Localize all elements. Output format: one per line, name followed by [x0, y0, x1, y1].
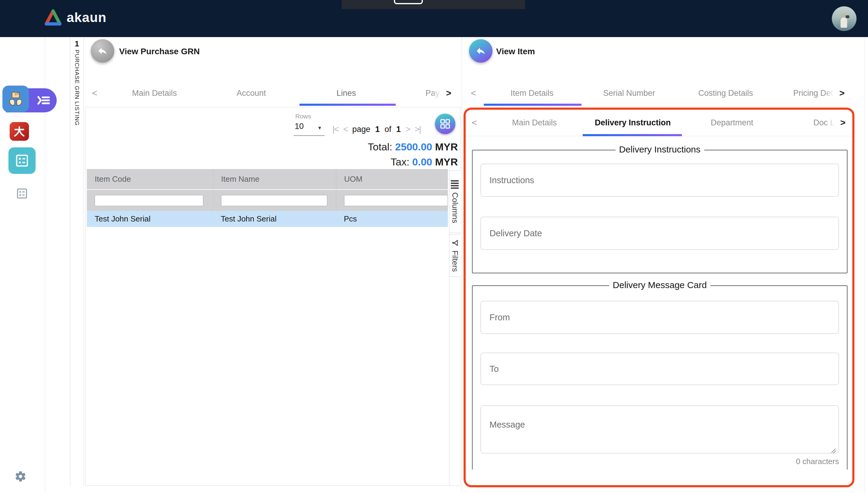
- character-counter: 0 characters: [796, 457, 839, 466]
- item-details-sub-tab-bar: < Main Details Delivery Instruction Depa…: [466, 110, 852, 136]
- columns-icon: [451, 180, 459, 189]
- listing-tab-badge: 1: [70, 40, 84, 48]
- sidebar-item-listing[interactable]: [8, 147, 36, 174]
- next-page-icon[interactable]: >: [406, 125, 410, 134]
- tabs-scroll-right-icon[interactable]: >: [446, 88, 452, 98]
- filters-tool-tab[interactable]: Filters: [449, 234, 460, 277]
- of-word: of: [385, 125, 391, 134]
- teal-ballot-icon: [15, 153, 29, 168]
- filter-funnel-icon: [451, 239, 459, 247]
- delivery-instructions-section: Delivery Instructions: [472, 150, 847, 273]
- delivery-message-card-section: Delivery Message Card 0 characters: [472, 285, 847, 470]
- total-currency: MYR: [435, 141, 458, 152]
- page-total: 1: [396, 125, 401, 134]
- subtab-department[interactable]: Department: [710, 118, 753, 127]
- back-button-grn[interactable]: [91, 39, 114, 63]
- settings-button[interactable]: [15, 470, 26, 483]
- camera-icon: [846, 15, 849, 18]
- lines-table: Item Code Item Name UOM Test John Serial…: [87, 169, 448, 227]
- back-arrow-icon: [97, 45, 108, 56]
- last-page-icon[interactable]: >|: [415, 125, 421, 134]
- rows-per-page-select[interactable]: 10: [295, 122, 304, 131]
- columns-tool-label: Columns: [450, 192, 460, 223]
- screen-overlay-bar: [342, 0, 525, 9]
- delivery-instructions-legend: Delivery Instructions: [615, 144, 704, 155]
- red-dai-character-icon: [13, 125, 26, 138]
- subtabs-scroll-left-icon[interactable]: <: [472, 117, 477, 128]
- minimized-listing-tab[interactable]: 1 PURCHASE GRN LISTING: [70, 37, 84, 486]
- grn-tab-bar: < Main Details Account Lines Pay >: [85, 80, 460, 106]
- purchase-grn-panel: View Purchase GRN < Main Details Account…: [85, 37, 460, 493]
- col-header-item-code[interactable]: Item Code: [87, 169, 213, 189]
- overlay-button[interactable]: [394, 0, 423, 4]
- table-row[interactable]: Test John Serial Test John Serial Pcs: [87, 211, 448, 227]
- tabs-scroll-left-icon[interactable]: <: [471, 88, 476, 98]
- subtab-delivery-instruction[interactable]: Delivery Instruction: [595, 118, 671, 127]
- tax-currency: MYR: [435, 156, 458, 168]
- page-title-grn: View Purchase GRN: [119, 47, 200, 56]
- from-input[interactable]: [480, 301, 839, 334]
- delivery-message-card-legend: Delivery Message Card: [609, 280, 710, 290]
- page-word: page: [352, 125, 370, 134]
- filter-item-code-input[interactable]: [95, 195, 203, 206]
- view-item-panel: View Item < Item Details Serial Number C…: [463, 37, 864, 493]
- rows-dropdown-icon[interactable]: ▼: [317, 125, 322, 131]
- prev-page-icon[interactable]: <: [343, 125, 348, 134]
- page-current: 1: [375, 125, 380, 134]
- tab-main-details[interactable]: Main Details: [132, 89, 177, 98]
- subtabs-scroll-right-icon[interactable]: >: [840, 117, 846, 128]
- tab-account[interactable]: Account: [236, 89, 266, 98]
- grn-lines-card: Rows 10 ▼ |< < page 1 of 1 > >|: [85, 107, 460, 486]
- filters-tool-label: Filters: [450, 251, 460, 272]
- grid-icon: [439, 118, 451, 130]
- app-sidebar: [0, 37, 45, 493]
- gear-icon: [15, 470, 26, 483]
- col-header-uom[interactable]: UOM: [336, 169, 448, 189]
- sidebar-item-listing-inactive[interactable]: [16, 187, 28, 200]
- col-header-item-name[interactable]: Item Name: [213, 169, 336, 189]
- delivery-date-input[interactable]: [480, 217, 839, 250]
- scrollbar-track[interactable]: [864, 37, 865, 493]
- tab-item-details[interactable]: Item Details: [511, 89, 554, 98]
- filter-uom-input[interactable]: [344, 195, 448, 206]
- back-arrow-icon: [475, 45, 486, 56]
- page-title-item: View Item: [496, 47, 535, 56]
- user-avatar[interactable]: [832, 6, 856, 31]
- table-header-row: Item Code Item Name UOM: [87, 169, 448, 189]
- tab-costing-details[interactable]: Costing Details: [698, 89, 753, 98]
- cell-item-name: Test John Serial: [213, 211, 336, 227]
- selected-subtab-underline: [583, 134, 682, 136]
- gray-ballot-icon: [16, 187, 28, 200]
- tax-amount: 0.00: [412, 156, 432, 168]
- textarea-resize-handle-icon[interactable]: [831, 449, 836, 453]
- tax-line: Tax: 0.00 MYR: [368, 154, 458, 169]
- selected-tab-underline: [299, 104, 396, 106]
- back-button-item[interactable]: [469, 39, 493, 63]
- item-tab-bar: < Item Details Serial Number Costing Det…: [463, 80, 854, 106]
- filter-item-name-input[interactable]: [221, 195, 327, 206]
- hands-holding-package-icon: [7, 90, 24, 108]
- to-input[interactable]: [480, 352, 839, 385]
- first-page-icon[interactable]: |<: [332, 125, 338, 134]
- table-filter-row: [87, 189, 448, 211]
- tabs-scroll-right-icon[interactable]: >: [839, 88, 845, 98]
- tab-lines[interactable]: Lines: [336, 89, 356, 98]
- rows-per-page-label: Rows: [295, 113, 311, 120]
- listing-tab-label: PURCHASE GRN LISTING: [74, 50, 80, 126]
- cell-item-code: Test John Serial: [87, 211, 213, 227]
- grid-view-button[interactable]: [435, 114, 455, 134]
- total-amount: 2500.00: [395, 141, 432, 152]
- akaun-logo[interactable]: akaun: [44, 9, 106, 26]
- message-textarea[interactable]: [480, 405, 839, 453]
- logo-text: akaun: [67, 10, 106, 25]
- subtab-main-details[interactable]: Main Details: [512, 118, 557, 127]
- totals-summary: Total: 2500.00 MYR Tax: 0.00 MYR: [368, 139, 458, 169]
- tabs-scroll-left-icon[interactable]: <: [92, 88, 98, 98]
- instructions-input[interactable]: [480, 164, 839, 197]
- columns-tool-tab[interactable]: Columns: [449, 171, 460, 233]
- panel-separator: [462, 37, 462, 493]
- sidebar-item-inventory[interactable]: [2, 86, 29, 112]
- indent-menu-icon: [37, 95, 50, 105]
- tab-serial-number[interactable]: Serial Number: [603, 89, 655, 98]
- sidebar-item-pdf[interactable]: [9, 122, 29, 141]
